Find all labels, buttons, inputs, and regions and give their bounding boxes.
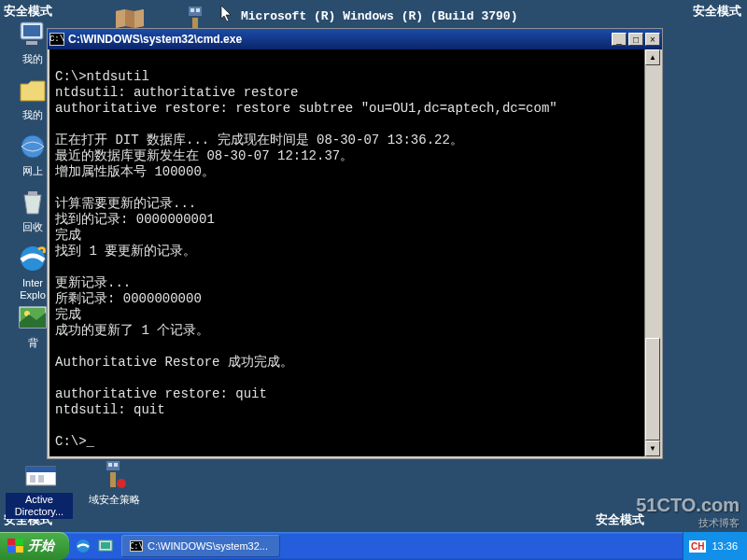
svg-point-20 [117,479,126,488]
cmd-titlebar[interactable]: C:\ C:\WINDOWS\system32\cmd.exe _ □ × [48,29,662,49]
icon-label: 域安全策略 [84,493,144,507]
svg-rect-1 [190,8,194,12]
quicklaunch [69,538,120,554]
svg-rect-19 [110,472,116,487]
task-item-label: C:\WINDOWS\system32... [148,540,268,552]
taskbar[interactable]: 开始 C:\ C:\WINDOWS\system32... CH 13:36 [0,532,747,560]
scroll-track[interactable] [645,65,660,441]
watermark: 51CTO.com 技术博客 [636,495,740,530]
scrollbar[interactable]: ▲ ▼ [644,49,660,456]
cmd-sys-icon[interactable]: C:\ [49,33,64,46]
ql-ie-icon[interactable] [75,538,92,554]
ql-desktop-icon[interactable] [97,538,114,554]
minimize-button[interactable]: _ [612,33,627,46]
cmd-output[interactable]: C:\>ntdsutil ntdsutil: authoritative res… [49,49,644,456]
watermark-main: 51CTO.com [636,495,740,516]
svg-rect-17 [108,463,112,467]
safe-mode-top-left: 安全模式 [4,3,52,20]
taskbar-cmd-item[interactable]: C:\ C:\WINDOWS\system32... [121,535,280,557]
system-tray[interactable]: CH 13:36 [683,532,747,560]
domain-policy-icon[interactable]: 域安全策略 [84,459,144,507]
maximize-button[interactable]: □ [628,33,643,46]
clock[interactable]: 13:36 [712,540,738,552]
watermark-sub: 技术博客 [636,516,740,530]
svg-rect-18 [114,463,118,467]
scroll-down-button[interactable]: ▼ [645,441,660,456]
close-button[interactable]: × [645,33,660,46]
os-build-banner: Microsoft (R) Windows (R) (Build 3790) [241,9,517,23]
safe-mode-top-right: 安全模式 [693,3,741,20]
cmd-title-text: C:\WINDOWS\system32\cmd.exe [68,33,610,46]
start-button[interactable]: 开始 [0,532,69,560]
windows-logo-icon [7,539,24,553]
cmd-small-icon: C:\ [130,540,143,552]
cmd-window[interactable]: C:\ C:\WINDOWS\system32\cmd.exe _ □ × C:… [47,28,663,459]
start-label: 开始 [28,538,54,554]
svg-rect-15 [38,475,44,483]
svg-rect-8 [28,191,37,195]
svg-rect-2 [196,8,200,12]
scroll-up-button[interactable]: ▲ [645,49,660,65]
active-directory-icon[interactable]: Active Directory... [6,459,73,519]
svg-rect-23 [101,542,110,549]
svg-rect-6 [26,41,37,45]
mouse-cursor-icon [220,6,233,22]
svg-rect-5 [23,25,40,36]
lang-indicator[interactable]: CH [689,540,706,553]
svg-rect-14 [30,475,35,483]
svg-rect-13 [26,467,56,472]
scroll-thumb[interactable] [645,338,660,441]
svg-point-7 [21,135,44,158]
icon-label: Active Directory... [6,493,73,519]
